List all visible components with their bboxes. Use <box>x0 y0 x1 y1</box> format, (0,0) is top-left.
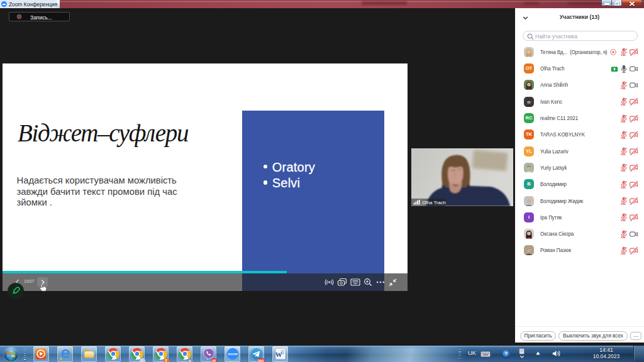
svg-text:Olha Trach: Olha Trach <box>422 200 445 206</box>
svg-text:W: W <box>275 351 282 358</box>
svg-text:zoom: zoom <box>228 352 237 356</box>
